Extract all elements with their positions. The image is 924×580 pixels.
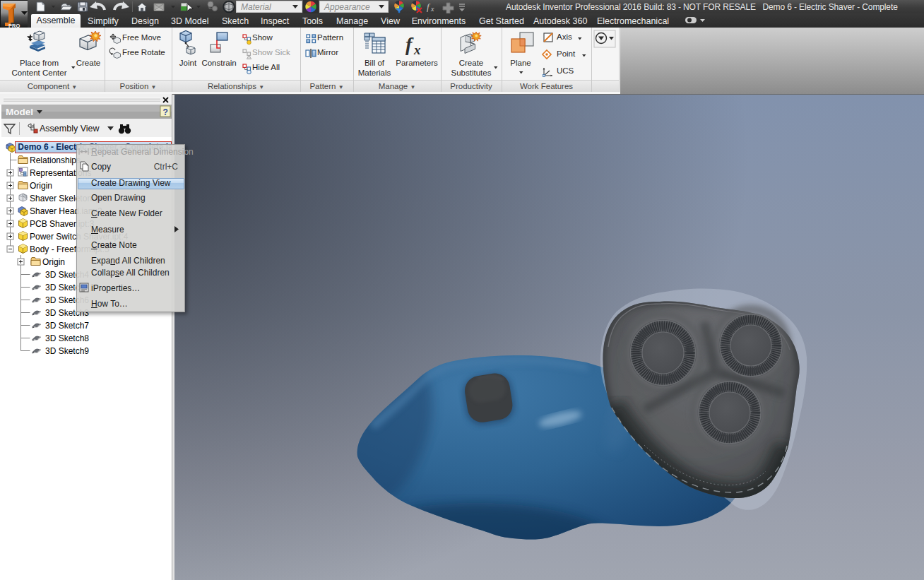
svg-text:PRO: PRO: [8, 23, 20, 29]
svg-text:Appearance: Appearance: [324, 2, 370, 12]
svg-text:x: x: [413, 42, 421, 57]
svg-text:f: f: [405, 33, 414, 55]
svg-text:Model: Model: [6, 107, 33, 117]
svg-text:Assembly View: Assembly View: [40, 124, 100, 134]
svg-text:?: ?: [163, 107, 168, 117]
svg-text:Material: Material: [241, 2, 271, 12]
svg-text:x: x: [430, 5, 434, 13]
